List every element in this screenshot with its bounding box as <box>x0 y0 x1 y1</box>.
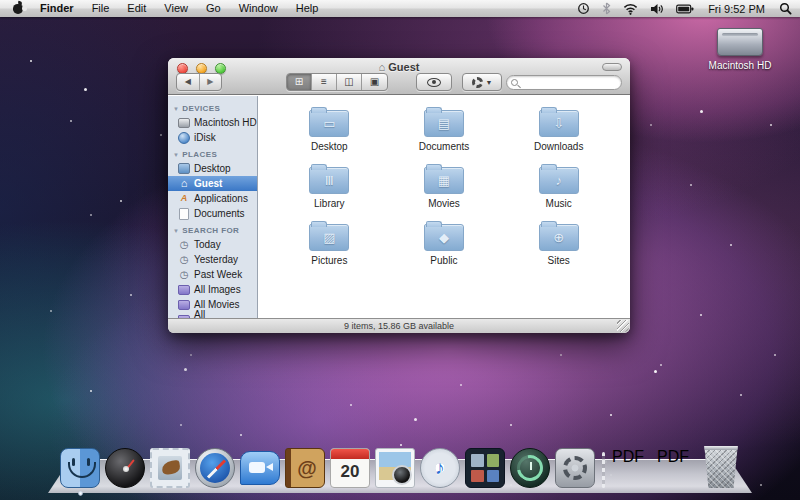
ical-day: 20 <box>331 459 369 485</box>
folder-label: Movies <box>428 198 460 209</box>
folder-documents[interactable]: ▤Documents <box>419 102 470 152</box>
folder-label: Desktop <box>311 141 348 152</box>
menu-item-view[interactable]: View <box>155 2 197 14</box>
folder-label: Library <box>314 198 345 209</box>
menu-item-go[interactable]: Go <box>197 2 230 14</box>
volume-icon[interactable] <box>650 3 664 15</box>
dock-icon-finder[interactable] <box>60 448 100 488</box>
sidebar-item-today[interactable]: ◷Today <box>168 237 257 252</box>
sidebar-item-macintosh-hd[interactable]: Macintosh HD <box>168 115 257 130</box>
folder-public[interactable]: ◆Public <box>424 216 464 266</box>
battery-icon[interactable] <box>676 4 694 14</box>
menu-item-file[interactable]: File <box>83 2 119 14</box>
status-bar: 9 items, 15.86 GB available <box>168 318 630 333</box>
menu-item-help[interactable]: Help <box>287 2 328 14</box>
home-icon: ⌂ <box>178 178 190 190</box>
wifi-icon[interactable] <box>623 3 638 15</box>
menu-item-window[interactable]: Window <box>230 2 287 14</box>
sidebar-item-past-week[interactable]: ◷Past Week <box>168 267 257 282</box>
folder-downloads[interactable]: ⇩Downloads <box>534 102 583 152</box>
folder-label: Sites <box>548 255 570 266</box>
sidebar-item-label: All Documents <box>194 309 257 319</box>
sync-clock-icon[interactable] <box>577 2 590 15</box>
window-body: ▼DEVICESMacintosh HDiDisk▼PLACESDesktop⌂… <box>168 96 630 318</box>
spotlight-search-icon[interactable] <box>779 2 792 15</box>
running-indicator <box>78 491 83 496</box>
sidebar-item-documents[interactable]: Documents <box>168 206 257 221</box>
sidebar-item-all-images[interactable]: All Images <box>168 282 257 297</box>
resize-grip[interactable] <box>617 320 629 332</box>
list-view-button[interactable]: ≡ <box>312 74 337 90</box>
navigation-buttons: ◀ ▶ <box>176 73 222 91</box>
desktop-emblem-icon: ▭ <box>323 116 335 131</box>
folder-icon: ▭ <box>309 110 349 137</box>
folder-movies[interactable]: ▦Movies <box>424 159 464 209</box>
menu-item-edit[interactable]: Edit <box>118 2 155 14</box>
apple-menu-icon[interactable] <box>12 2 25 15</box>
desktop-icon <box>178 163 190 175</box>
folder-sites[interactable]: ⊕Sites <box>539 216 579 266</box>
sidebar-section-header[interactable]: ▼DEVICES <box>168 99 257 115</box>
window-titlebar[interactable]: ⌂Guest ◀ ▶ ⊞ ≡ ◫ ▣ ▼ <box>168 58 630 95</box>
dock-icon-sysprefs[interactable] <box>555 448 595 488</box>
sites-emblem-icon: ⊕ <box>553 230 564 245</box>
folder-desktop[interactable]: ▭Desktop <box>309 102 349 152</box>
sidebar-item-applications[interactable]: AApplications <box>168 191 257 206</box>
disclosure-triangle-icon: ▼ <box>173 152 179 158</box>
search-field[interactable] <box>506 75 622 90</box>
search-input[interactable] <box>521 77 611 87</box>
dock-icon-pdf-document-2[interactable]: PDF <box>657 448 697 488</box>
status-text: 9 items, 15.86 GB available <box>344 321 454 331</box>
dock-icon-iphoto[interactable] <box>375 448 415 488</box>
sidebar-section-header[interactable]: ▼PLACES <box>168 145 257 161</box>
pdf-label: PDF <box>612 448 644 465</box>
dock-icon-spaces[interactable] <box>465 448 505 488</box>
volume-label: Macintosh HD <box>698 60 782 71</box>
dock-icon-addressbook[interactable]: @ <box>285 448 325 488</box>
smart-icon <box>178 284 190 296</box>
dock-icon-safari[interactable] <box>195 448 235 488</box>
folder-library[interactable]: ⅢLibrary <box>309 159 349 209</box>
quick-look-button[interactable] <box>416 73 452 91</box>
folder-pictures[interactable]: ▨Pictures <box>309 216 349 266</box>
clock-icon: ◷ <box>178 269 190 281</box>
dock-icon-pdf-document[interactable]: PDF <box>612 448 652 488</box>
back-button[interactable]: ◀ <box>177 74 200 90</box>
forward-button[interactable]: ▶ <box>200 74 222 90</box>
folder-label: Public <box>430 255 457 266</box>
dock-icon-itunes[interactable]: ♪ <box>420 448 460 488</box>
sidebar-item-label: Desktop <box>194 163 231 174</box>
dock-icon-ichat[interactable] <box>240 451 280 485</box>
dock-icon-dashboard[interactable] <box>105 448 145 488</box>
coverflow-view-button[interactable]: ▣ <box>362 74 387 90</box>
toolbar-toggle-button[interactable] <box>602 63 622 71</box>
sidebar-section-header[interactable]: ▼SEARCH FOR <box>168 221 257 237</box>
desktop-volume-macintosh-hd[interactable]: Macintosh HD <box>698 28 782 71</box>
folder-label: Documents <box>419 141 470 152</box>
folder-icon: ♪ <box>539 167 579 194</box>
icon-view-button[interactable]: ⊞ <box>287 74 312 90</box>
sidebar-item-label: Documents <box>194 208 245 219</box>
smart-icon <box>178 299 190 311</box>
sidebar-item-desktop[interactable]: Desktop <box>168 161 257 176</box>
dock-icon-timemachine[interactable] <box>510 448 550 488</box>
sidebar-item-idisk[interactable]: iDisk <box>168 130 257 145</box>
column-view-button[interactable]: ◫ <box>337 74 362 90</box>
sidebar: ▼DEVICESMacintosh HDiDisk▼PLACESDesktop⌂… <box>168 96 258 318</box>
dock-icon-ical[interactable]: 20 <box>330 448 370 488</box>
folder-grid: ▭Desktop▤Documents⇩DownloadsⅢLibrary▦Mov… <box>258 96 630 318</box>
disclosure-triangle-icon: ▼ <box>173 228 179 234</box>
dock-icon-trash[interactable] <box>702 446 740 488</box>
action-menu-button[interactable]: ▼ <box>462 73 502 91</box>
menu-items: FinderFileEditViewGoWindowHelp <box>31 0 327 17</box>
sidebar-item-guest[interactable]: ⌂Guest <box>168 176 257 191</box>
dock-icon-mail[interactable] <box>150 448 190 488</box>
sidebar-item-label: Past Week <box>194 269 242 280</box>
movies-emblem-icon: ▦ <box>438 173 450 188</box>
drive-icon <box>178 117 190 129</box>
menu-bar-clock[interactable]: Fri 9:52 PM <box>706 3 767 15</box>
sidebar-item-yesterday[interactable]: ◷Yesterday <box>168 252 257 267</box>
menu-item-finder[interactable]: Finder <box>31 2 83 14</box>
bluetooth-icon[interactable] <box>602 2 611 15</box>
folder-music[interactable]: ♪Music <box>539 159 579 209</box>
